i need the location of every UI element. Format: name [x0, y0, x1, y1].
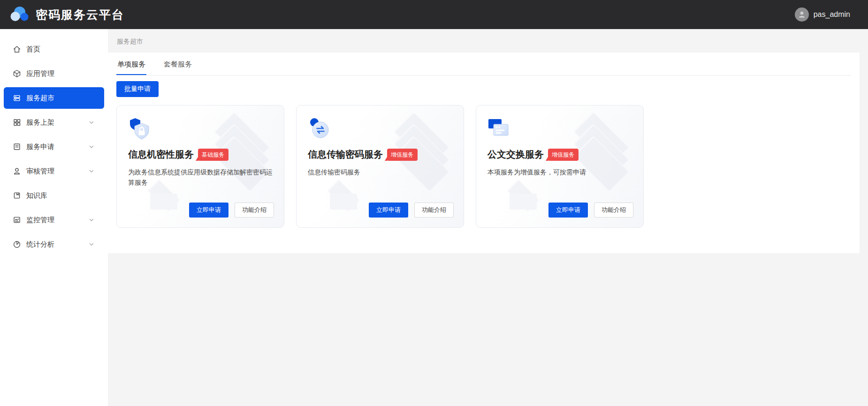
card-description: 为政务信息系统提供应用级数据存储加解密密码运算服务 [128, 167, 274, 188]
tab-package-service[interactable]: 套餐服务 [163, 54, 193, 75]
cloud-logo-icon [9, 5, 31, 24]
service-card-document-exchange: 公文交换服务 增值服务 本项服务为增值服务，可按需申请 立即申请 功能介绍 [476, 105, 644, 228]
card-title: 公文交换服务 [487, 148, 544, 161]
sidebar-item-label: 服务超市 [26, 94, 54, 103]
sidebar-item-label: 监控管理 [26, 216, 54, 225]
service-market-icon [13, 94, 21, 102]
sidebar: 首页 应用管理 服务超市 服务上架 [0, 29, 108, 406]
service-market-panel: 单项服务 套餐服务 批量申请 [108, 53, 860, 253]
sidebar-item-label: 知识库 [26, 191, 47, 200]
feature-intro-button[interactable]: 功能介绍 [414, 203, 454, 218]
app-title: 密码服务云平台 [36, 7, 124, 23]
card-title: 信息传输密码服务 [308, 148, 383, 161]
home-icon [13, 45, 21, 53]
card-description: 本项服务为增值服务，可按需申请 [487, 167, 634, 177]
document-exchange-icon [487, 117, 512, 142]
sidebar-item-label: 审核管理 [26, 167, 54, 176]
shield-lock-icon [128, 117, 152, 142]
main-content: 服务超市 单项服务 套餐服务 批量申请 [108, 29, 868, 406]
card-description: 信息传输密码服务 [308, 167, 454, 177]
tab-single-service[interactable]: 单项服务 [116, 54, 146, 75]
toolbar: 批量申请 [116, 81, 851, 97]
batch-apply-button[interactable]: 批量申请 [116, 81, 159, 97]
cube-icon [13, 69, 21, 78]
sidebar-item-service-market[interactable]: 服务超市 [4, 87, 104, 109]
avatar [795, 8, 809, 22]
cube-illustration [508, 180, 550, 223]
user-icon [798, 10, 806, 19]
sidebar-item-label: 应用管理 [26, 69, 54, 78]
transfer-icon [308, 117, 332, 142]
chevron-down-icon [88, 143, 95, 150]
sidebar-item-service-listing[interactable]: 服务上架 [4, 112, 104, 133]
service-card-info-confidentiality: 信息机密性服务 基础服务 为政务信息系统提供应用级数据存储加解密密码运算服务 立… [116, 105, 284, 228]
chevron-down-icon [88, 168, 95, 174]
app-logo: 密码服务云平台 [9, 5, 124, 24]
service-card-info-transmission: 信息传输密码服务 增值服务 信息传输密码服务 立即申请 功能介绍 [296, 105, 464, 228]
card-badge: 增值服务 [387, 149, 418, 161]
grid-icon [13, 118, 21, 127]
apply-now-button[interactable]: 立即申请 [189, 203, 228, 218]
pie-chart-icon [13, 240, 21, 248]
sidebar-item-label: 首页 [26, 45, 40, 54]
sidebar-item-audit-management[interactable]: 审核管理 [4, 160, 104, 182]
sidebar-item-label: 服务上架 [26, 118, 54, 127]
cube-illustration [328, 180, 371, 223]
sidebar-item-label: 统计分析 [26, 240, 54, 249]
card-badge: 基础服务 [198, 149, 228, 161]
sidebar-item-service-application[interactable]: 服务申请 [4, 136, 104, 158]
feature-intro-button[interactable]: 功能介绍 [235, 203, 274, 218]
app-header: 密码服务云平台 pas_admin [0, 0, 868, 29]
apply-now-button[interactable]: 立即申请 [369, 203, 408, 218]
service-tabs: 单项服务 套餐服务 [116, 53, 851, 75]
breadcrumb: 服务超市 [108, 29, 868, 53]
card-badge: 增值服务 [548, 149, 579, 161]
sidebar-item-knowledge-base[interactable]: 知识库 [4, 185, 104, 206]
sidebar-item-home[interactable]: 首页 [4, 38, 104, 60]
document-icon [13, 143, 21, 151]
user-menu[interactable]: pas_admin [795, 8, 850, 22]
chevron-down-icon [88, 119, 95, 126]
service-card-list: 信息机密性服务 基础服务 为政务信息系统提供应用级数据存储加解密密码运算服务 立… [116, 105, 851, 228]
sidebar-item-label: 服务申请 [26, 143, 54, 151]
auditor-icon [13, 167, 21, 175]
feature-intro-button[interactable]: 功能介绍 [594, 203, 633, 218]
monitor-icon [13, 216, 21, 224]
knowledge-icon [13, 191, 21, 200]
sidebar-item-statistics[interactable]: 统计分析 [4, 233, 104, 255]
chevron-down-icon [88, 241, 95, 248]
right-gutter [860, 29, 868, 406]
chevron-down-icon [88, 217, 95, 223]
sidebar-item-app-management[interactable]: 应用管理 [4, 63, 104, 84]
sidebar-item-monitoring[interactable]: 监控管理 [4, 209, 104, 231]
username: pas_admin [814, 10, 850, 19]
apply-now-button[interactable]: 立即申请 [548, 203, 588, 218]
card-title: 信息机密性服务 [128, 148, 194, 161]
